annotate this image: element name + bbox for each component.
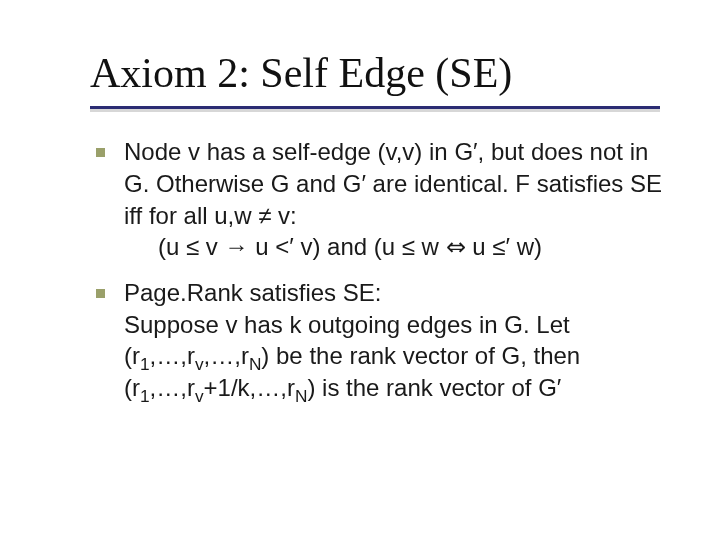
list-item: Page.Rank satisfies SE: Suppose v has k … [90, 277, 670, 404]
page-title: Axiom 2: Self Edge (SE) [90, 50, 670, 96]
bullet-text: Page.Rank satisfies SE: [124, 279, 381, 306]
subscript: N [295, 386, 307, 406]
t: ,…,r [150, 342, 195, 369]
arrow-right-icon: → [225, 233, 249, 260]
leq-icon: ≤ [186, 233, 199, 260]
slide: Axiom 2: Self Edge (SE) Node v has a sel… [0, 0, 720, 540]
list-item: Node v has a self-edge (v,v) in G′, but … [90, 136, 670, 263]
divider-shadow [90, 109, 660, 112]
subscript: v [195, 354, 204, 374]
bullet-text: Node v has a self-edge (v,v) in G′, but … [124, 138, 662, 228]
t: ,…,r [204, 342, 249, 369]
t: ′ w) [505, 233, 542, 260]
bullet-list: Node v has a self-edge (v,v) in G′, but … [90, 136, 670, 403]
iff-icon: ⇔ [446, 233, 466, 260]
subscript: 1 [140, 386, 150, 406]
t: v [199, 233, 224, 260]
t: ) is the rank vector of G′ [307, 374, 561, 401]
leq-icon: ≤ [492, 233, 505, 260]
bullet-text: Suppose v has k outgoing edges in G. Let [124, 311, 570, 338]
t: u [466, 233, 493, 260]
t: w [415, 233, 446, 260]
t: u <′ v) and (u [249, 233, 402, 260]
bullet-formula: (r1,…,rv,…,rN) be the rank vector of G, … [124, 342, 580, 369]
leq-icon: ≤ [402, 233, 415, 260]
t: (r [124, 342, 140, 369]
t: ) be the rank vector of G, then [261, 342, 580, 369]
t: (r [124, 374, 140, 401]
subscript: v [195, 386, 204, 406]
subscript: N [249, 354, 261, 374]
bullet-formula: (u ≤ v → u <′ v) and (u ≤ w ⇔ u ≤′ w) [124, 231, 670, 263]
t: +1/k,…,r [204, 374, 295, 401]
subscript: 1 [140, 354, 150, 374]
bullet-formula: (r1,…,rv+1/k,…,rN) is the rank vector of… [124, 374, 561, 401]
t: (u [158, 233, 186, 260]
t: ,…,r [150, 374, 195, 401]
